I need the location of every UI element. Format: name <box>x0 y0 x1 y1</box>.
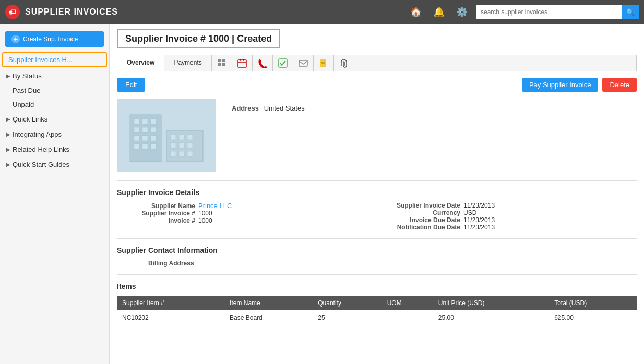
svg-rect-33 <box>171 151 176 156</box>
bell-icon[interactable]: 🔔 <box>430 4 448 20</box>
sidebar-item-invoices-home[interactable]: Supplier Invoices H... <box>2 52 107 67</box>
supplier-name-link[interactable]: Prince LLC <box>198 202 232 210</box>
chevron-right-icon-5: ▶ <box>6 162 10 167</box>
svg-rect-23 <box>134 144 139 149</box>
items-section: Items Supplier Item # Item Name Quantity… <box>117 274 637 325</box>
svg-rect-25 <box>151 144 156 149</box>
contact-section-title: Supplier Contact Information <box>117 246 637 254</box>
svg-rect-35 <box>187 151 193 156</box>
svg-rect-15 <box>142 119 148 124</box>
svg-rect-27 <box>171 135 176 140</box>
svg-rect-31 <box>179 143 184 148</box>
invoice-details-section: Supplier Invoice Details Supplier Name P… <box>117 180 637 231</box>
sidebar-item-quick-start[interactable]: ▶ Quick Start Guides <box>0 157 109 172</box>
edit-button[interactable]: Edit <box>117 78 145 92</box>
col-uom: UOM <box>382 296 433 310</box>
tab-payments[interactable]: Payments <box>164 55 211 71</box>
items-table: Supplier Item # Item Name Quantity UOM U… <box>117 296 637 325</box>
svg-rect-21 <box>142 136 148 141</box>
invoice-header-title: Supplier Invoice # 1000 | Created <box>117 29 280 48</box>
col-total: Total (USD) <box>549 296 637 310</box>
app-title: SUPPLIER INVOICES <box>25 7 118 17</box>
table-row: NC10202 Base Board 25 25.00 625.00 <box>117 310 637 325</box>
svg-rect-16 <box>151 119 156 124</box>
tab-overview[interactable]: Overview <box>117 55 164 71</box>
gear-icon[interactable]: ⚙️ <box>453 4 471 20</box>
sidebar-item-past-due[interactable]: Past Due <box>0 83 109 98</box>
details-section-title: Supplier Invoice Details <box>117 188 637 197</box>
chevron-right-icon-4: ▶ <box>6 147 10 152</box>
tab-icon-check[interactable] <box>273 55 293 71</box>
svg-rect-17 <box>134 127 139 132</box>
action-bar: Edit Pay Supplier Invoice Delete <box>117 78 637 92</box>
billing-address-label: Billing Address <box>117 260 637 267</box>
cell-unit-price: 25.00 <box>433 310 549 325</box>
cell-item-name: Base Board <box>224 310 313 325</box>
svg-rect-34 <box>179 151 184 156</box>
svg-rect-4 <box>238 60 246 67</box>
right-action-buttons: Pay Supplier Invoice Delete <box>522 78 637 92</box>
building-icon <box>125 104 208 167</box>
detail-invoice-num: Invoice # 1000 <box>117 217 372 224</box>
table-header-row: Supplier Item # Item Name Quantity UOM U… <box>117 296 637 310</box>
sidebar-item-by-status[interactable]: ▶ By Status <box>0 68 109 83</box>
svg-rect-14 <box>134 119 139 124</box>
col-unit-price: Unit Price (USD) <box>433 296 549 310</box>
detail-notification-due-date: Notification Due Date 11/23/2013 <box>382 224 637 231</box>
svg-rect-30 <box>171 143 176 148</box>
tab-icon-calendar[interactable] <box>232 55 253 71</box>
svg-rect-1 <box>222 59 225 62</box>
tab-icon-grid[interactable] <box>212 55 232 71</box>
app-logo: 🏷 <box>5 5 20 19</box>
tab-icon-attach[interactable] <box>334 55 354 71</box>
svg-rect-6 <box>240 59 241 61</box>
plus-icon: + <box>11 35 20 43</box>
contact-section: Supplier Contact Information Billing Add… <box>117 238 637 267</box>
svg-rect-28 <box>179 135 184 140</box>
pay-supplier-invoice-button[interactable]: Pay Supplier Invoice <box>522 78 599 92</box>
detail-supplier-name: Supplier Name Prince LLC <box>117 202 372 210</box>
search-button[interactable]: 🔍 <box>622 5 639 19</box>
detail-due-date: Invoice Due Date 11/23/2013 <box>382 216 637 224</box>
sidebar-item-related-help[interactable]: ▶ Related Help Links <box>0 142 109 157</box>
detail-currency: Currency USD <box>382 209 637 216</box>
detail-supplier-invoice-num: Supplier Invoice # 1000 <box>117 210 372 217</box>
cell-uom <box>382 310 433 325</box>
svg-rect-9 <box>299 60 307 66</box>
content-area: Supplier Invoice # 1000 | Created Overvi… <box>110 24 644 364</box>
svg-rect-20 <box>134 136 139 141</box>
company-logo <box>117 99 216 172</box>
tab-icon-email[interactable] <box>293 55 314 71</box>
svg-rect-8 <box>279 59 287 67</box>
svg-rect-10 <box>320 59 326 67</box>
company-address: Address United States <box>226 99 310 117</box>
navbar: 🏷 SUPPLIER INVOICES 🏠 🔔 ⚙️ 🔍 <box>0 0 644 24</box>
svg-rect-2 <box>218 63 221 66</box>
tabs-bar: Overview Payments <box>117 55 637 71</box>
tab-icon-note[interactable] <box>314 55 334 71</box>
search-input[interactable] <box>476 5 622 19</box>
svg-rect-29 <box>187 135 193 140</box>
sidebar-item-integrating-apps[interactable]: ▶ Integrating Apps <box>0 127 109 142</box>
tab-icon-phone[interactable] <box>253 55 273 71</box>
cell-quantity: 25 <box>313 310 381 325</box>
chevron-right-icon-3: ▶ <box>6 131 10 137</box>
delete-button[interactable]: Delete <box>602 78 637 92</box>
create-sup-invoice-button[interactable]: + Create Sup. Invoice <box>5 31 104 47</box>
sidebar-item-quick-links[interactable]: ▶ Quick Links <box>0 112 109 127</box>
svg-rect-24 <box>142 144 148 149</box>
company-section: Address United States <box>117 99 637 172</box>
detail-invoice-date: Supplier Invoice Date 11/23/2013 <box>382 202 637 209</box>
svg-rect-0 <box>218 59 221 62</box>
svg-rect-22 <box>151 136 156 141</box>
svg-rect-32 <box>187 143 193 148</box>
search-container: 🔍 <box>476 5 639 19</box>
main-layout: + Create Sup. Invoice Supplier Invoices … <box>0 24 644 364</box>
details-grid: Supplier Name Prince LLC Supplier Invoic… <box>117 202 637 231</box>
col-quantity: Quantity <box>313 296 381 310</box>
sidebar-item-unpaid[interactable]: Unpaid <box>0 98 109 112</box>
svg-rect-18 <box>142 127 148 132</box>
cell-supplier-item: NC10202 <box>117 310 224 325</box>
cell-total: 625.00 <box>549 310 637 325</box>
home-icon[interactable]: 🏠 <box>407 4 425 20</box>
